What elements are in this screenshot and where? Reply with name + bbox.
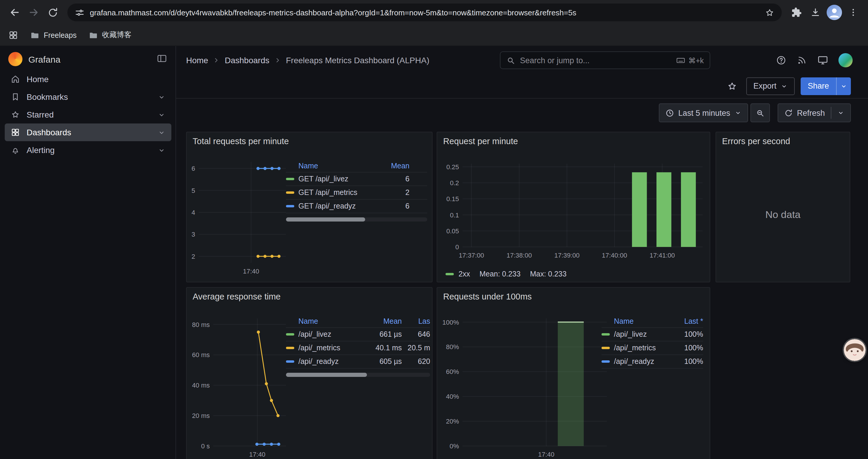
series-name[interactable]: /api/_metrics [299, 344, 340, 352]
grafana-brand[interactable]: Grafana [8, 50, 60, 68]
chevron-down-icon[interactable] [158, 111, 165, 119]
legend-horizontal-scrollbar[interactable] [286, 373, 430, 377]
legend-row: /api/_metrics100% [601, 341, 703, 355]
series-name[interactable]: /api/_livez [614, 330, 647, 338]
legend-column-header[interactable]: Last * [668, 317, 703, 325]
legend-column-header[interactable]: Mean [366, 317, 402, 325]
y-tick-label: 40% [446, 393, 459, 400]
sidebar-item-bookmarks[interactable]: Bookmarks [5, 88, 172, 106]
series-name[interactable]: /api/_metrics [614, 344, 656, 352]
kiosk-monitor-icon[interactable] [817, 54, 829, 66]
share-button[interactable]: Share [801, 77, 836, 95]
legend-column-header[interactable]: Name [286, 317, 366, 325]
data-point [257, 330, 260, 333]
series-color-swatch [286, 333, 294, 335]
brand-label: Grafana [28, 54, 60, 64]
url-text[interactable]: grafana.mathmast.com/d/deytv4rwavabkb/fr… [90, 8, 759, 17]
floating-assistant-avatar[interactable] [844, 339, 866, 361]
y-tick-label: 0% [450, 442, 459, 450]
sidebar-item-label: Home [27, 74, 49, 84]
data-point [255, 443, 258, 446]
legend-column-header[interactable]: Name [601, 317, 668, 325]
series-name[interactable]: GET /api/_metrics [299, 189, 358, 197]
series-color-swatch [601, 360, 610, 363]
series-name[interactable]: GET /api/_livez [299, 175, 348, 183]
chevron-down-icon[interactable] [158, 93, 165, 101]
bookmark-star-icon[interactable] [765, 7, 775, 18]
clock-icon [665, 108, 674, 117]
extensions-button[interactable] [788, 4, 805, 21]
user-avatar[interactable] [838, 53, 852, 67]
series-name[interactable]: 2xx [459, 270, 470, 278]
apps-grid-icon[interactable] [8, 30, 18, 40]
panel-title[interactable]: Errors per second [722, 136, 790, 146]
search-shortcut: ⌘+k [676, 56, 704, 65]
search-input[interactable]: Search or jump to... ⌘+k [500, 52, 710, 69]
folder-icon [30, 30, 39, 40]
back-button[interactable] [6, 4, 24, 21]
series-name[interactable]: /api/_livez [299, 330, 331, 338]
share-menu-button[interactable] [836, 77, 851, 95]
browser-menu-button[interactable] [844, 4, 862, 21]
breadcrumb-home[interactable]: Home [186, 55, 208, 65]
refresh-button[interactable]: Refresh [777, 103, 851, 122]
chevron-down-icon[interactable] [837, 109, 844, 117]
x-tick-label: 17:41:00 [650, 252, 675, 259]
sidebar-item-starred[interactable]: Starred [5, 106, 172, 124]
series-value: 100% [668, 344, 703, 352]
x-tick-label: 17:40:00 [602, 252, 627, 259]
forward-arrow-icon [28, 6, 39, 18]
data-point [256, 167, 259, 170]
chevron-down-icon[interactable] [158, 129, 165, 136]
bar [558, 322, 584, 446]
panel-title[interactable]: Request per minute [443, 136, 518, 146]
help-icon[interactable] [776, 55, 786, 65]
scrollbar-thumb[interactable] [286, 218, 365, 222]
time-range-picker[interactable]: Last 5 minutes [659, 103, 748, 122]
screen: grafana.mathmast.com/d/deytv4rwavabkb/fr… [0, 0, 868, 459]
series-name[interactable]: /api/_readyz [614, 357, 654, 366]
y-tick-label: 0.05 [446, 227, 459, 235]
reload-button[interactable] [44, 4, 61, 21]
data-point [256, 255, 259, 258]
data-point [271, 167, 274, 170]
series-color-swatch [601, 347, 610, 349]
profile-avatar [827, 5, 842, 20]
series-name[interactable]: /api/_readyz [299, 357, 339, 366]
browser-profile-button[interactable] [826, 4, 843, 21]
zoom-out-button[interactable] [750, 103, 770, 122]
series-name[interactable]: GET /api/_readyz [299, 202, 356, 210]
bookmark-item[interactable]: 收藏博客 [88, 30, 131, 40]
panel-title[interactable]: Total requests per minute [193, 136, 289, 146]
sidebar-collapse-button[interactable] [157, 53, 167, 64]
favorite-dashboard-button[interactable] [724, 78, 740, 94]
forward-button[interactable] [25, 4, 42, 21]
downloads-button[interactable] [807, 4, 824, 21]
sidebar-item-alerting[interactable]: Alerting [5, 141, 172, 159]
site-settings-icon[interactable] [74, 7, 85, 18]
legend-column-header[interactable]: Mean [374, 162, 409, 170]
panel-title[interactable]: Requests under 100ms [443, 292, 532, 301]
legend: 2xx Mean: 0.233 Max: 0.233 [445, 270, 567, 278]
scrollbar-thumb[interactable] [286, 373, 367, 377]
y-tick-label: 0 [455, 243, 459, 251]
export-button[interactable]: Export [746, 77, 795, 95]
reload-icon [47, 7, 58, 18]
legend-column-header[interactable]: Name [286, 162, 374, 170]
x-tick-label: 17:39:00 [554, 252, 580, 259]
chevron-right-icon [274, 57, 281, 64]
news-rss-icon[interactable] [797, 55, 807, 65]
legend-horizontal-scrollbar[interactable] [286, 218, 427, 222]
legend-column-header[interactable]: Las [402, 317, 430, 325]
url-bar[interactable]: grafana.mathmast.com/d/deytv4rwavabkb/fr… [67, 4, 782, 21]
zoom-out-icon [755, 108, 764, 117]
sidebar-item-dashboards[interactable]: Dashboards [5, 124, 172, 141]
panel-title[interactable]: Average response time [193, 292, 281, 301]
y-tick-label: 60 ms [192, 351, 210, 359]
chevron-down-icon[interactable] [158, 146, 165, 154]
sidebar-item-home[interactable]: Home [5, 70, 172, 88]
data-point [270, 443, 273, 446]
breadcrumb-dashboards[interactable]: Dashboards [225, 55, 270, 65]
bookmark-item[interactable]: Freeleaps [30, 30, 76, 40]
dashboard-toolbar: Export Share [176, 74, 868, 99]
